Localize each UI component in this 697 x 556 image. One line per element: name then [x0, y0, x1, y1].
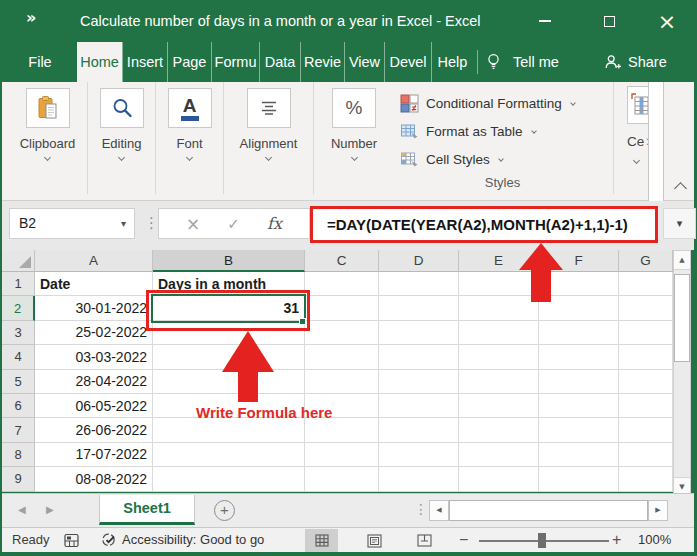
vertical-scrollbar-thumb[interactable]	[674, 274, 690, 362]
font-group-button[interactable]: A	[168, 88, 212, 128]
cell-e5[interactable]	[459, 370, 539, 394]
cell-b5[interactable]	[153, 370, 305, 394]
sheet-tab-sheet1[interactable]: Sheet1	[99, 495, 195, 525]
cell-c8[interactable]	[305, 443, 379, 467]
cell-d2[interactable]	[379, 296, 459, 320]
cell-d4[interactable]	[379, 345, 459, 369]
cell-g4[interactable]	[619, 345, 673, 369]
quick-access-toolbar-icon[interactable]: »	[26, 8, 36, 27]
cell-d5[interactable]	[379, 370, 459, 394]
conditional-formatting-button[interactable]: Conditional Formatting	[392, 89, 613, 117]
cell-d1[interactable]	[379, 272, 459, 296]
cell-b8[interactable]	[153, 443, 305, 467]
cell-c5[interactable]	[305, 370, 379, 394]
chevron-down-icon[interactable]	[265, 154, 272, 161]
cell-a6[interactable]: 06-05-2022	[35, 394, 153, 418]
cancel-icon[interactable]: ×	[186, 214, 200, 234]
cell-f9[interactable]	[539, 467, 619, 491]
cell-d9[interactable]	[379, 467, 459, 491]
column-header-c[interactable]: C	[305, 250, 379, 272]
normal-view-button[interactable]	[305, 529, 338, 552]
zoom-out-button[interactable]: −	[459, 528, 468, 552]
cell-g3[interactable]	[619, 321, 673, 345]
share-button[interactable]: Share	[604, 42, 667, 82]
tab-page-layout[interactable]: Page	[167, 42, 211, 82]
column-header-b[interactable]: B	[153, 250, 305, 272]
formula-bar-grip-icon[interactable]: ⋮	[144, 208, 159, 239]
zoom-slider-thumb[interactable]	[538, 533, 546, 548]
cell-a9[interactable]: 08-08-2022	[35, 467, 153, 491]
cell-f8[interactable]	[539, 443, 619, 467]
column-header-a[interactable]: A	[35, 250, 153, 272]
cell-a3[interactable]: 25-02-2022	[35, 321, 153, 345]
accessibility-status[interactable]: Accessibility: Good to go	[122, 528, 264, 552]
chevron-down-icon[interactable]	[186, 154, 193, 161]
tell-me-button[interactable]: Tell me	[487, 42, 559, 82]
cell-f1[interactable]	[539, 272, 619, 296]
cell-c4[interactable]	[305, 345, 379, 369]
cell-a2[interactable]: 30-01-2022	[35, 296, 153, 320]
zoom-level[interactable]: 100%	[638, 528, 671, 552]
scroll-up-icon[interactable]: ▲	[674, 251, 690, 270]
cell-a8[interactable]: 17-07-2022	[35, 443, 153, 467]
clipboard-group-button[interactable]	[26, 88, 70, 128]
cell-c3[interactable]	[305, 321, 379, 345]
cell-a7[interactable]: 26-06-2022	[35, 418, 153, 442]
cell-d8[interactable]	[379, 443, 459, 467]
cell-f7[interactable]	[539, 418, 619, 442]
cell-g5[interactable]	[619, 370, 673, 394]
tab-help[interactable]: Help	[431, 42, 473, 82]
zoom-in-button[interactable]: +	[612, 528, 621, 552]
cell-e9[interactable]	[459, 467, 539, 491]
row-header-5[interactable]: 5	[2, 370, 35, 394]
chevron-down-icon[interactable]	[44, 154, 51, 161]
tab-review[interactable]: Revie	[300, 42, 344, 82]
cell-d3[interactable]	[379, 321, 459, 345]
editing-group-button[interactable]	[100, 88, 144, 128]
cell-d6[interactable]	[379, 394, 459, 418]
tab-formulas[interactable]: Formu	[211, 42, 259, 82]
cell-c7[interactable]	[305, 418, 379, 442]
name-box-dropdown-icon[interactable]: ▾	[121, 209, 126, 238]
cell-f2[interactable]	[539, 296, 619, 320]
cell-g6[interactable]	[619, 394, 673, 418]
tab-home[interactable]: Home	[77, 42, 122, 82]
tab-data[interactable]: Data	[259, 42, 300, 82]
row-header-3[interactable]: 3	[2, 321, 35, 345]
row-header-9[interactable]: 9	[2, 467, 35, 491]
cell-a5[interactable]: 28-04-2022	[35, 370, 153, 394]
row-header-4[interactable]: 4	[2, 345, 35, 369]
cell-c9[interactable]	[305, 467, 379, 491]
insert-function-icon[interactable]: fx	[267, 214, 282, 233]
cell-c1[interactable]	[305, 272, 379, 296]
tab-developer[interactable]: Devel	[384, 42, 431, 82]
horizontal-scrollbar-thumb[interactable]	[449, 500, 648, 521]
cell-g2[interactable]	[619, 296, 673, 320]
cell-e1[interactable]	[459, 272, 539, 296]
cell-e3[interactable]	[459, 321, 539, 345]
tab-view[interactable]: View	[344, 42, 384, 82]
previous-sheet-icon[interactable]: ◀	[18, 494, 26, 525]
cell-f3[interactable]	[539, 321, 619, 345]
scroll-left-icon[interactable]: ◀	[429, 500, 449, 521]
cell-b9[interactable]	[153, 467, 305, 491]
name-box[interactable]: B2 ▾	[9, 208, 135, 239]
tab-file[interactable]: File	[18, 42, 62, 82]
minimize-button[interactable]	[528, 0, 562, 42]
expand-formula-bar-button[interactable]: ▾	[663, 208, 696, 239]
chevron-down-icon[interactable]	[118, 154, 125, 161]
cell-a4[interactable]: 03-03-2022	[35, 345, 153, 369]
cell-e7[interactable]	[459, 418, 539, 442]
select-all-button[interactable]	[2, 250, 35, 272]
cell-g1[interactable]	[619, 272, 673, 296]
tab-insert[interactable]: Insert	[122, 42, 167, 82]
column-header-d[interactable]: D	[379, 250, 459, 272]
cell-d7[interactable]	[379, 418, 459, 442]
column-header-g[interactable]: G	[619, 250, 673, 272]
row-header-6[interactable]: 6	[2, 394, 35, 418]
formula-input[interactable]: =DAY(DATE(YEAR(A2),MONTH(A2)+1,1)-1)	[310, 206, 658, 243]
page-layout-view-button[interactable]	[358, 529, 391, 552]
cell-e6[interactable]	[459, 394, 539, 418]
format-as-table-button[interactable]: Format as Table	[392, 117, 613, 145]
cell-styles-button[interactable]: Cell Styles	[392, 145, 613, 173]
